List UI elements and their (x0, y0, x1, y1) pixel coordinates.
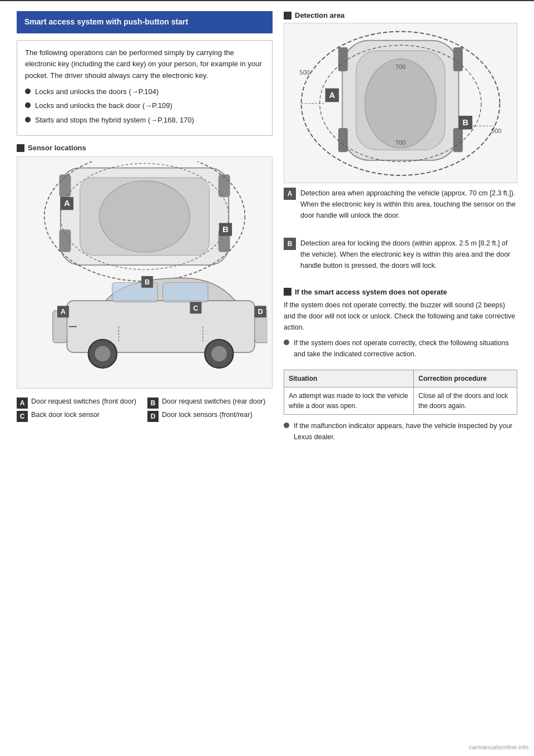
svg-point-17 (95, 346, 110, 362)
section-title-2: If the smart access system does not oper… (284, 288, 517, 296)
svg-rect-37 (338, 128, 348, 152)
badge-a-description: Detection area when approaching the vehi… (300, 188, 517, 221)
svg-point-2 (100, 181, 190, 252)
svg-text:700: 700 (395, 139, 406, 146)
badge-d: D (147, 411, 159, 422)
info-intro-text: The following operations can be performe… (25, 47, 264, 82)
svg-rect-39 (453, 128, 463, 152)
svg-rect-4 (59, 230, 71, 253)
top-rule (0, 0, 534, 1)
section-2-content: If the system does not operate correctly… (284, 300, 517, 333)
list-item-text: Locks and unlocks the back door (→P.109) (35, 100, 172, 111)
situation-table: Situation Correction procedure An attemp… (284, 370, 517, 415)
section-marker (17, 144, 24, 152)
top-car-diagram: A B 700 700 500 500 (284, 23, 517, 183)
legend-item-b: B Door request switches (rear door) (147, 397, 273, 409)
right-column: Detection area (284, 11, 517, 459)
page-container: Smart access system with push-button sta… (0, 0, 534, 756)
feature-list: Locks and unlocks the doors (→P.104) Loc… (25, 86, 264, 126)
svg-text:A: A (61, 308, 66, 316)
main-content: Smart access system with push-button sta… (0, 11, 534, 459)
svg-rect-3 (59, 175, 71, 198)
svg-point-35 (365, 59, 436, 148)
bullet-circle-icon (284, 340, 289, 345)
car-diagram-left: A B (17, 156, 273, 388)
svg-text:B: B (145, 278, 150, 286)
svg-text:A: A (64, 199, 70, 208)
right-section-2: If the smart access system does not oper… (284, 288, 517, 447)
legend-a-text: Door request switches (front door) (31, 397, 136, 405)
list-item: Locks and unlocks the back door (→P.109) (25, 100, 264, 111)
bullet-row-1: If the system does not operate correctly… (284, 337, 517, 364)
col-header-correction: Correction procedure (414, 370, 517, 387)
section-header-text: Smart access system with push-button sta… (24, 17, 188, 26)
watermark: carmanualsonline.info (469, 744, 528, 750)
legend-b-text: Door request switches (rear door) (162, 397, 265, 405)
car-diagram-svg: A B (22, 161, 268, 381)
list-item: Starts and stops the hybrid system (→P.1… (25, 115, 264, 126)
bullet-circle-icon-2 (284, 423, 289, 428)
svg-text:500: 500 (300, 69, 310, 76)
svg-text:500: 500 (491, 127, 501, 134)
section-title-1: Detection area (284, 11, 517, 19)
table-row: An attempt was made to lock the vehicle … (284, 387, 517, 414)
legend-c-text: Back door lock sensor (31, 411, 100, 419)
left-column: Smart access system with push-button sta… (17, 11, 273, 459)
table-header-row: Situation Correction procedure (284, 370, 517, 387)
section-marker-icon-2 (284, 288, 291, 296)
legend-item-d: D Door lock sensors (front/rear) (147, 411, 273, 422)
list-item: Locks and unlocks the doors (→P.104) (25, 86, 264, 97)
svg-rect-5 (219, 175, 230, 198)
diagram-legend: A Door request switches (front door) B D… (17, 397, 273, 422)
sub-section-title: Sensor locations (28, 144, 86, 152)
list-item-text: Starts and stops the hybrid system (→P.1… (35, 115, 194, 126)
bullet-icon (25, 117, 31, 122)
svg-text:D: D (258, 308, 263, 316)
section-marker-icon (284, 12, 291, 19)
legend-d-text: Door lock sensors (front/rear) (162, 411, 253, 419)
legend-item-a: A Door request switches (front door) (17, 397, 142, 409)
info-box: The following operations can be performe… (17, 40, 273, 136)
list-item-text: Locks and unlocks the doors (→P.104) (35, 86, 159, 97)
svg-rect-38 (453, 47, 463, 71)
situation-cell: An attempt was made to lock the vehicle … (284, 387, 414, 414)
badge-c: C (17, 411, 28, 422)
svg-text:C: C (193, 304, 198, 312)
svg-point-19 (211, 346, 227, 362)
svg-rect-36 (338, 47, 348, 71)
section-title-2-text: If the smart access system does not oper… (295, 288, 447, 296)
top-view-svg: A B 700 700 500 500 (288, 27, 513, 178)
badge-b: B (147, 397, 159, 409)
section-title-text: Detection area (295, 11, 345, 19)
badge-b-description: Detection area for locking the doors (wi… (300, 238, 517, 271)
bullet-1-text: If the system does not operate correctly… (294, 337, 517, 360)
svg-text:B: B (463, 118, 469, 127)
correction-cell: Close all of the doors and lock the door… (414, 387, 517, 414)
section-header-box: Smart access system with push-button sta… (17, 11, 273, 33)
svg-rect-15 (163, 283, 208, 302)
col-header-situation: Situation (284, 370, 414, 387)
bullet-icon (25, 89, 31, 94)
bullet-2-text: If the malfunction indicator appears, ha… (294, 420, 517, 443)
bullet-row-2: If the malfunction indicator appears, ha… (284, 420, 517, 447)
right-section-1: Detection area (284, 11, 517, 225)
badge-label-a: A (284, 188, 296, 200)
svg-text:700: 700 (395, 63, 406, 70)
badge-row-b: B Detection area for locking the doors (… (284, 238, 517, 276)
bullet-icon (25, 102, 31, 108)
right-section-b: B Detection area for locking the doors (… (284, 238, 517, 276)
svg-text:B: B (222, 224, 229, 234)
badge-label-b: B (284, 238, 296, 250)
badge-a: A (17, 397, 28, 409)
badge-row-a: A Detection area when approaching the ve… (284, 188, 517, 225)
svg-text:A: A (329, 91, 335, 100)
legend-item-c: C Back door lock sensor (17, 411, 142, 422)
